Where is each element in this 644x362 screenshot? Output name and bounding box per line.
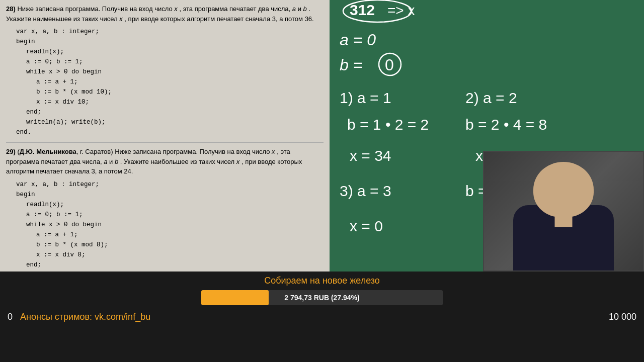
step1-b: b = 1 • 2 = 2 <box>347 116 429 133</box>
progress-bar <box>201 290 269 305</box>
code-line: a := 0; b := 1; <box>26 210 324 220</box>
webcam-feed <box>484 152 643 270</box>
step2-label-inline: 2) a = 2 <box>465 89 517 106</box>
code-line: a := 0; b := 1; <box>26 57 324 67</box>
ticker-text: Анонсы стримов: vk.com/inf_bu <box>20 312 609 322</box>
main-content: 28) Ниже записана программа. Получив на … <box>0 0 644 272</box>
b-init-value: 0 <box>385 56 394 74</box>
input-label: 312 <box>350 2 375 18</box>
code-line: end; <box>26 107 324 117</box>
step3-label: 3) a = 3 <box>340 183 391 199</box>
ticker-amount: 10 000 <box>609 312 636 322</box>
code-line: var x, a, b : integer; <box>16 179 324 190</box>
code-line: b := b * (x mod 8); <box>36 240 324 250</box>
code-line: var x, a, b : integer; <box>16 27 324 37</box>
q28-text: 28) Ниже записана программа. Получив на … <box>6 4 324 24</box>
code-while-2: while x > 0 do begin <box>26 220 324 230</box>
donation-title: Собираем на новое железо <box>8 276 636 286</box>
code-line: readln(x); <box>26 47 324 57</box>
code-while-1: while x > 0 do begin <box>26 67 324 77</box>
code-line: a := a + 1; <box>36 77 324 87</box>
b-init-label: b = <box>340 56 362 74</box>
person-head <box>533 162 594 217</box>
code-line: end; <box>26 260 324 270</box>
left-panel: 28) Ниже записана программа. Получив на … <box>0 0 330 272</box>
q28-number: 28) <box>6 5 16 13</box>
code-line: b := b * (x mod 10); <box>36 87 324 97</box>
code-line: x := x div 10; <box>36 97 324 107</box>
q29-text: 29) (Д.Ю. Мельникова, г. Саратов) Ниже з… <box>6 147 324 176</box>
code-line: readln(x); <box>26 200 324 210</box>
step3-x: x = 0 <box>350 218 383 234</box>
q29-code: var x, a, b : integer; begin readln(x); … <box>16 179 324 272</box>
code-line: begin <box>16 190 324 200</box>
code-line: end. <box>16 127 324 137</box>
code-line: a := a + 1; <box>36 230 324 240</box>
bottom-bar: Собираем на новое железо 2 794,73 RUB (2… <box>0 272 644 362</box>
webcam-overlay <box>483 151 644 272</box>
ticker-bar: 0 Анонсы стримов: vk.com/inf_bu 10 000 <box>8 309 636 325</box>
question-29: 29) (Д.Ю. Мельникова, г. Саратов) Ниже з… <box>6 147 324 272</box>
step1-x: x = 34 <box>350 147 391 164</box>
code-line: begin <box>16 37 324 47</box>
question-28: 28) Ниже записана программа. Получив на … <box>6 4 324 137</box>
code-line: writeln(a); write(b); <box>26 117 324 127</box>
step1-label: 1) a = 1 <box>340 89 391 106</box>
code-line: x := x div 8; <box>36 250 324 260</box>
step2-b: b = 2 • 4 = 8 <box>465 116 547 133</box>
ticker-number: 0 <box>8 312 13 322</box>
chalkboard: 312 => x a = 0 b = 0 1) a = 1 2) a = 2 b… <box>330 0 644 272</box>
progress-container: 2 794,73 RUB (27.94%) <box>201 290 443 305</box>
progress-text: 2 794,73 RUB (27.94%) <box>284 294 359 302</box>
a-init: a = 0 <box>340 31 376 49</box>
arrow-label: => x <box>387 3 415 18</box>
q28-code: var x, a, b : integer; begin readln(x); … <box>16 27 324 137</box>
q29-author: Д.Ю. Мельникова <box>20 148 76 155</box>
divider <box>6 142 324 143</box>
q29-number: 29) <box>6 148 16 155</box>
